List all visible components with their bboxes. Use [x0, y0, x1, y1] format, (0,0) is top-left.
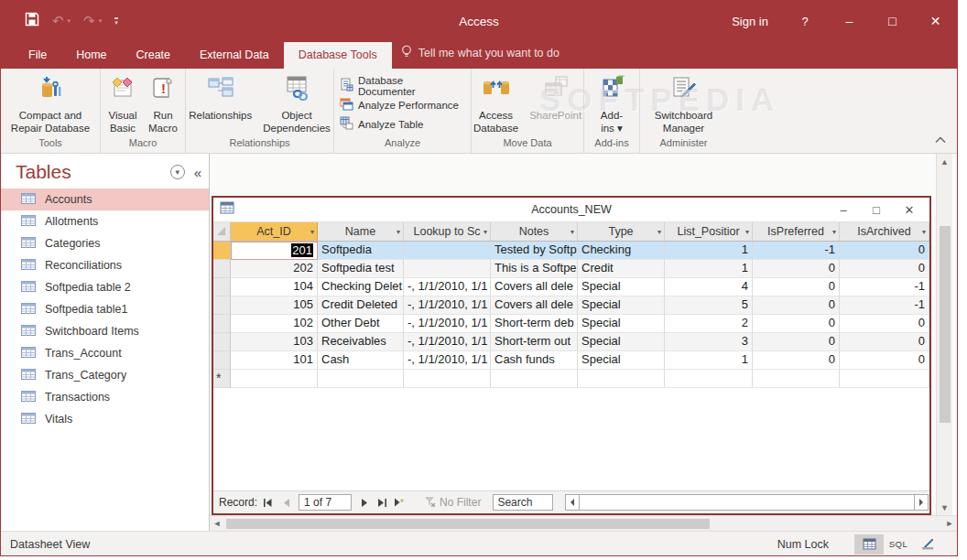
- table-cell[interactable]: Special: [578, 278, 665, 296]
- table-cell[interactable]: 0: [753, 296, 840, 315]
- table-cell[interactable]: 201: [231, 242, 318, 260]
- sidebar-item-accounts[interactable]: Accounts: [1, 188, 209, 210]
- record-position[interactable]: 1 of 7: [299, 494, 352, 511]
- sidebar-item-allotments[interactable]: Allotments: [1, 210, 209, 232]
- table-cell[interactable]: -, 1/1/2010, 1/1: [404, 333, 491, 351]
- datasheet-view-button[interactable]: [854, 534, 884, 555]
- sign-in-button[interactable]: Sign in: [718, 1, 782, 41]
- table-cell[interactable]: Softpedia test: [318, 260, 404, 278]
- table-cell[interactable]: Tested by Softp: [491, 242, 578, 260]
- scroll-left-icon[interactable]: ◄: [210, 516, 224, 532]
- doc-scroll-left-icon[interactable]: [565, 494, 580, 511]
- doc-scrollbar-track[interactable]: [580, 494, 914, 511]
- column-header-list-positior[interactable]: List_Positior▾: [665, 222, 753, 241]
- select-all-corner[interactable]: [213, 222, 231, 241]
- column-dropdown-icon[interactable]: ▾: [832, 228, 836, 236]
- table-cell[interactable]: 0: [840, 333, 929, 351]
- compact-repair-button[interactable]: Compact and Repair Database: [6, 73, 94, 136]
- horizontal-scrollbar[interactable]: ◄ ►: [210, 515, 957, 531]
- tab-create[interactable]: Create: [122, 42, 186, 69]
- table-cell[interactable]: Credit Deleted: [318, 296, 404, 315]
- table-cell[interactable]: 102: [231, 315, 318, 333]
- table-cell[interactable]: -1: [753, 242, 840, 260]
- table-cell[interactable]: [665, 370, 753, 388]
- object-dependencies-button[interactable]: Object Dependencies: [258, 73, 335, 136]
- column-dropdown-icon[interactable]: ▾: [484, 228, 487, 236]
- sidebar-item-softpedia-table1[interactable]: Softpedia table1: [1, 298, 209, 320]
- column-dropdown-icon[interactable]: ▾: [657, 228, 661, 236]
- table-cell[interactable]: Checking Delet: [318, 278, 404, 296]
- table-cell[interactable]: Covers all dele: [491, 278, 578, 296]
- table-cell[interactable]: 101: [231, 351, 318, 370]
- no-filter-button[interactable]: No Filter: [424, 496, 481, 510]
- column-header-ispreferred[interactable]: IsPreferred▾: [753, 222, 840, 241]
- column-header-notes[interactable]: Notes▾: [491, 222, 578, 241]
- table-cell[interactable]: Cash: [318, 351, 404, 370]
- column-header-name[interactable]: Name▾: [318, 222, 404, 241]
- table-cell[interactable]: -, 1/1/2010, 1/1: [404, 278, 491, 296]
- previous-record-icon[interactable]: [278, 495, 294, 511]
- table-cell[interactable]: 2: [665, 315, 753, 333]
- column-header-type[interactable]: Type▾: [578, 222, 665, 241]
- table-cell[interactable]: Credit: [578, 260, 665, 278]
- maximize-button[interactable]: □: [871, 1, 914, 41]
- table-cell[interactable]: [404, 260, 491, 278]
- table-cell[interactable]: 104: [231, 278, 318, 296]
- nav-pane-menu-icon[interactable]: ▼: [170, 165, 185, 179]
- new-record-row[interactable]: *: [213, 370, 929, 388]
- row-selector[interactable]: [213, 351, 231, 370]
- table-cell[interactable]: 1: [665, 260, 753, 278]
- column-header-lookup-to-sc[interactable]: Lookup to Sc▾: [404, 222, 491, 241]
- row-selector[interactable]: [213, 242, 231, 260]
- table-cell[interactable]: [578, 370, 665, 388]
- table-cell[interactable]: 3: [665, 333, 753, 351]
- design-view-button[interactable]: [913, 534, 942, 555]
- run-macro-button[interactable]: ! Run Macro: [144, 73, 182, 136]
- table-cell[interactable]: Cash funds: [491, 351, 578, 370]
- table-cell[interactable]: 0: [840, 315, 929, 333]
- table-cell[interactable]: 0: [840, 351, 929, 370]
- table-cell[interactable]: Special: [578, 315, 665, 333]
- vertical-scrollbar[interactable]: ▲ ▼: [936, 154, 952, 515]
- shutter-bar-close-icon[interactable]: «: [194, 165, 201, 180]
- access-database-button[interactable]: Access Database: [469, 73, 523, 136]
- table-maximize-button[interactable]: □: [860, 203, 893, 217]
- column-dropdown-icon[interactable]: ▾: [310, 228, 314, 236]
- sidebar-item-trans-category[interactable]: Trans_Category: [1, 364, 209, 386]
- table-minimize-button[interactable]: –: [827, 203, 860, 217]
- customize-quick-access-icon[interactable]: ▾: [114, 17, 118, 26]
- column-header-isarchived[interactable]: IsArchived▾: [840, 222, 929, 241]
- tab-file[interactable]: File: [14, 42, 61, 69]
- sidebar-item-softpedia-table-2[interactable]: Softpedia table 2: [1, 276, 209, 298]
- table-cell[interactable]: 0: [753, 260, 840, 278]
- table-cell[interactable]: -1: [840, 278, 929, 296]
- column-dropdown-icon[interactable]: ▾: [745, 228, 749, 236]
- table-cell[interactable]: 0: [840, 260, 929, 278]
- table-cell[interactable]: Special: [578, 351, 665, 370]
- table-cell[interactable]: Special: [578, 296, 665, 315]
- help-button[interactable]: ?: [782, 1, 828, 41]
- table-cell[interactable]: [404, 242, 491, 260]
- sidebar-item-trans-account[interactable]: Trans_Account: [1, 342, 209, 364]
- column-header-act-id[interactable]: Act_ID▾: [231, 222, 318, 241]
- redo-icon[interactable]: ↷: [83, 13, 95, 29]
- database-documenter-button[interactable]: Database Documenter: [340, 78, 463, 94]
- table-cell[interactable]: Other Debt: [318, 315, 404, 333]
- row-selector[interactable]: [213, 278, 231, 296]
- table-cell[interactable]: [491, 370, 578, 388]
- table-cell[interactable]: -, 1/1/2010, 1/1: [404, 315, 491, 333]
- table-cell[interactable]: 0: [753, 315, 840, 333]
- table-cell[interactable]: -1: [840, 296, 929, 315]
- relationships-button[interactable]: Relationships: [184, 73, 256, 124]
- table-cell[interactable]: Checking: [578, 242, 665, 260]
- doc-scroll-right-icon[interactable]: [914, 494, 929, 511]
- table-cell[interactable]: [404, 370, 491, 388]
- vertical-scrollbar-thumb[interactable]: [940, 226, 951, 423]
- analyze-performance-button[interactable]: Analyze Performance: [340, 97, 459, 113]
- column-dropdown-icon[interactable]: ▾: [922, 228, 926, 236]
- table-cell[interactable]: Short-term out: [491, 333, 578, 351]
- table-cell[interactable]: 105: [231, 296, 318, 315]
- tab-external-data[interactable]: External Data: [185, 42, 284, 69]
- new-record-icon[interactable]: *: [393, 495, 408, 511]
- collapse-ribbon-icon[interactable]: [935, 131, 946, 147]
